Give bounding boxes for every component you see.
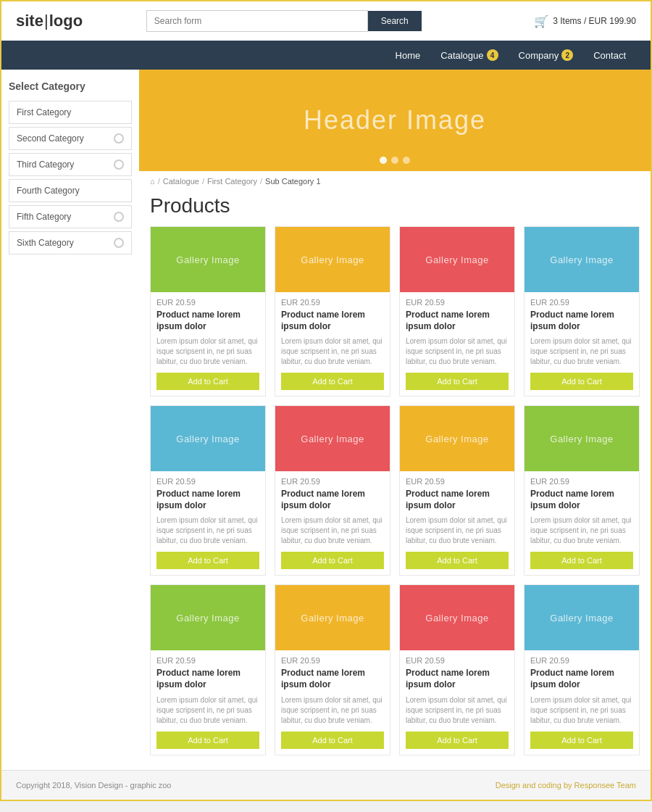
gallery-image-label: Gallery Image — [301, 254, 364, 265]
add-to-cart-button[interactable]: Add to Cart — [530, 373, 633, 390]
hero-dot-1[interactable] — [380, 157, 387, 164]
product-info: EUR 20.59 Product name lorem ipsum dolor… — [151, 292, 265, 396]
add-to-cart-button[interactable]: Add to Cart — [281, 732, 384, 749]
product-image: Gallery Image — [400, 227, 514, 292]
product-name: Product name lorem ipsum dolor — [156, 668, 259, 690]
main-content: Select Category First Category Second Ca… — [1, 70, 651, 770]
footer-credit: Design and coding by Responsee Team — [496, 781, 636, 790]
product-card: Gallery Image EUR 20.59 Product name lor… — [275, 405, 390, 576]
nav-home[interactable]: Home — [385, 41, 431, 70]
hero-banner: Header Image — [139, 70, 651, 171]
product-card: Gallery Image EUR 20.59 Product name lor… — [150, 405, 266, 576]
breadcrumb-home-icon[interactable]: ⌂ — [150, 177, 155, 186]
gallery-image-label: Gallery Image — [550, 613, 613, 624]
sidebar-radio — [114, 160, 124, 170]
breadcrumb-sep: / — [202, 177, 204, 186]
hero-dot-2[interactable] — [391, 157, 398, 164]
product-price: EUR 20.59 — [156, 477, 259, 486]
product-price: EUR 20.59 — [530, 477, 633, 486]
nav-bar: Home Catalogue 4 Company 2 Contact — [1, 41, 651, 70]
product-info: EUR 20.59 Product name lorem ipsum dolor… — [275, 292, 390, 396]
product-info: EUR 20.59 Product name lorem ipsum dolor… — [275, 471, 390, 575]
product-desc: Lorem ipsum dolor sit amet, qui isque sc… — [281, 695, 384, 726]
add-to-cart-button[interactable]: Add to Cart — [406, 732, 509, 749]
sidebar-item-label: Second Category — [17, 133, 84, 144]
breadcrumb-sep: / — [158, 177, 160, 186]
product-image: Gallery Image — [400, 585, 514, 650]
breadcrumb-first-category[interactable]: First Category — [207, 177, 257, 186]
gallery-image-label: Gallery Image — [176, 434, 239, 444]
product-name: Product name lorem ipsum dolor — [156, 310, 259, 332]
add-to-cart-button[interactable]: Add to Cart — [156, 732, 259, 749]
sidebar-item-fifth[interactable]: Fifth Category — [9, 205, 132, 228]
sidebar-item-label: Fourth Category — [17, 186, 80, 196]
add-to-cart-button[interactable]: Add to Cart — [156, 373, 259, 390]
product-image: Gallery Image — [151, 585, 265, 650]
add-to-cart-button[interactable]: Add to Cart — [406, 373, 509, 390]
add-to-cart-button[interactable]: Add to Cart — [281, 552, 384, 569]
breadcrumb: ⌂ / Catalogue / First Category / Sub Cat… — [139, 171, 651, 191]
search-button[interactable]: Search — [368, 11, 422, 31]
nav-company-badge: 2 — [561, 49, 573, 61]
cart-text: 3 Items / EUR 199.90 — [553, 16, 636, 26]
product-price: EUR 20.59 — [530, 298, 633, 307]
product-price: EUR 20.59 — [156, 298, 259, 307]
sidebar-item-third[interactable]: Third Category — [9, 153, 132, 176]
content-area: Header Image ⌂ / Catalogue / First Categ… — [139, 70, 651, 770]
sidebar-radio — [114, 238, 124, 248]
hero-text: Header Image — [304, 105, 486, 136]
product-desc: Lorem ipsum dolor sit amet, qui isque sc… — [281, 336, 384, 367]
product-info: EUR 20.59 Product name lorem ipsum dolor… — [524, 292, 639, 396]
product-price: EUR 20.59 — [281, 298, 384, 307]
footer-copyright: Copyright 2018, Vision Design - graphic … — [16, 781, 171, 790]
add-to-cart-button[interactable]: Add to Cart — [156, 552, 259, 569]
product-price: EUR 20.59 — [281, 656, 384, 665]
search-input[interactable] — [146, 10, 368, 32]
product-card: Gallery Image EUR 20.59 Product name lor… — [399, 584, 515, 755]
product-image: Gallery Image — [151, 406, 265, 471]
sidebar-item-sixth[interactable]: Sixth Category — [9, 231, 132, 254]
product-desc: Lorem ipsum dolor sit amet, qui isque sc… — [156, 695, 259, 726]
product-card: Gallery Image EUR 20.59 Product name lor… — [524, 405, 640, 576]
add-to-cart-button[interactable]: Add to Cart — [406, 552, 509, 569]
product-info: EUR 20.59 Product name lorem ipsum dolor… — [400, 650, 514, 754]
product-desc: Lorem ipsum dolor sit amet, qui isque sc… — [406, 515, 509, 546]
product-card: Gallery Image EUR 20.59 Product name lor… — [150, 584, 266, 755]
gallery-image-label: Gallery Image — [425, 434, 488, 444]
nav-company[interactable]: Company 2 — [509, 41, 584, 70]
sidebar-item-first[interactable]: First Category — [9, 101, 132, 124]
product-image: Gallery Image — [275, 406, 390, 471]
add-to-cart-button[interactable]: Add to Cart — [530, 552, 633, 569]
product-grid: Gallery Image EUR 20.59 Product name lor… — [139, 226, 651, 755]
sidebar-item-label: Sixth Category — [17, 238, 74, 248]
sidebar-radio — [114, 212, 124, 222]
product-name: Product name lorem ipsum dolor — [406, 489, 509, 511]
page-wrapper: site|logo Search 🛒 3 Items / EUR 199.90 … — [0, 0, 652, 801]
logo-separator: | — [44, 12, 49, 30]
product-card: Gallery Image EUR 20.59 Product name lor… — [275, 584, 390, 755]
sidebar-radio — [114, 133, 124, 144]
logo-site-text: site — [16, 12, 43, 30]
add-to-cart-button[interactable]: Add to Cart — [530, 732, 633, 749]
nav-catalogue[interactable]: Catalogue 4 — [430, 41, 508, 70]
sidebar-item-second[interactable]: Second Category — [9, 127, 132, 150]
product-card: Gallery Image EUR 20.59 Product name lor… — [399, 405, 515, 576]
breadcrumb-sep: / — [260, 177, 262, 186]
product-image: Gallery Image — [275, 227, 390, 292]
product-name: Product name lorem ipsum dolor — [281, 489, 384, 511]
product-info: EUR 20.59 Product name lorem ipsum dolor… — [524, 650, 639, 754]
product-card: Gallery Image EUR 20.59 Product name lor… — [524, 226, 640, 397]
add-to-cart-button[interactable]: Add to Cart — [281, 373, 384, 390]
hero-dot-3[interactable] — [403, 157, 410, 164]
sidebar-item-fourth[interactable]: Fourth Category — [9, 179, 132, 202]
site-header: site|logo Search 🛒 3 Items / EUR 199.90 — [1, 1, 651, 41]
product-image: Gallery Image — [524, 585, 639, 650]
product-card: Gallery Image EUR 20.59 Product name lor… — [275, 226, 390, 397]
nav-contact[interactable]: Contact — [583, 41, 636, 70]
product-image: Gallery Image — [400, 406, 514, 471]
product-image: Gallery Image — [275, 585, 390, 650]
product-info: EUR 20.59 Product name lorem ipsum dolor… — [151, 471, 265, 575]
product-desc: Lorem ipsum dolor sit amet, qui isque sc… — [156, 336, 259, 367]
product-card: Gallery Image EUR 20.59 Product name lor… — [524, 584, 640, 755]
breadcrumb-catalogue[interactable]: Catalogue — [163, 177, 199, 186]
